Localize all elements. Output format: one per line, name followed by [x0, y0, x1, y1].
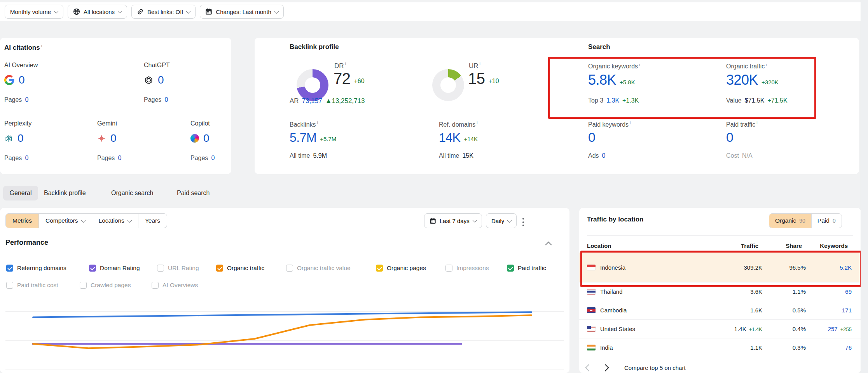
checkbox-paid-traffic-cost[interactable]: Paid traffic cost — [6, 281, 58, 289]
segment-metrics[interactable]: Metrics — [6, 214, 38, 228]
backlink-search-card: Backlink profile DRi 72 +60 AR 73,157 ▲1… — [255, 38, 859, 174]
tab-organic-search[interactable]: Organic search — [111, 186, 154, 200]
perplexity-icon — [4, 134, 13, 143]
table-row-india[interactable]: India 1.1K 0.3% 76 — [579, 338, 861, 357]
engine-value-gemini: 0 — [97, 133, 117, 144]
tab-paid-search[interactable]: Paid search — [177, 186, 210, 200]
checkbox-crawled-pages[interactable]: Crawled pages — [80, 281, 131, 289]
kebab-menu-icon[interactable] — [521, 216, 526, 228]
chevron-down-icon — [117, 9, 122, 14]
organic-keywords-label: Organic keywordsi — [588, 62, 640, 70]
collapse-section-icon[interactable] — [545, 242, 552, 248]
column-keywords[interactable]: Keywords — [802, 242, 848, 249]
united-states-flag-icon — [587, 326, 596, 332]
top3-value-link[interactable]: 1.3K — [606, 97, 619, 104]
ref-domains-label: Ref. domainsi — [439, 120, 478, 128]
ar-value-link[interactable]: 73,157 — [302, 97, 322, 105]
organic-keywords-subrow: Top 3 1.3K +1.3K — [588, 97, 639, 104]
checkbox-box — [157, 265, 164, 272]
google-g-icon — [4, 75, 14, 85]
keywords-link[interactable]: 69 — [845, 288, 852, 295]
monthly-volume-dropdown[interactable]: Monthly volume — [5, 5, 63, 19]
scrollbar-track[interactable] — [861, 0, 868, 373]
checkbox-box — [6, 282, 13, 289]
prev-page-icon[interactable] — [585, 364, 592, 371]
engine-value-ai-overview: 0 — [4, 75, 25, 85]
column-location[interactable]: Location — [587, 242, 692, 249]
column-share[interactable]: Share — [758, 242, 802, 249]
segment-years[interactable]: Years — [138, 214, 167, 228]
info-icon[interactable]: i — [41, 43, 42, 48]
checkbox-box — [80, 282, 87, 289]
dr-donut-chart — [297, 69, 328, 101]
checkbox-box — [286, 265, 293, 272]
info-icon[interactable]: i — [317, 120, 318, 125]
traffic-by-location-panel: Traffic by location Organic90 Paid0 Loca… — [579, 208, 861, 373]
toggle-organic[interactable]: Organic90 — [769, 214, 811, 228]
search-title: Search — [588, 43, 610, 51]
engine-name-copilot: Copilot — [190, 120, 210, 127]
checkbox-url-rating[interactable]: URL Rating — [157, 264, 199, 272]
organic-paid-toggle: Organic90 Paid0 — [769, 213, 842, 228]
table-row-united-states[interactable]: United States 1.4K+1.4K 0.4% 257+255 — [579, 319, 861, 338]
checkbox-ai-overviews[interactable]: AI Overviews — [152, 281, 198, 289]
checkbox-box — [507, 265, 514, 272]
table-row-thailand[interactable]: Thailand 3.6K 1.1% 69 — [579, 282, 861, 301]
globe-icon — [73, 8, 80, 15]
checkbox-box — [445, 265, 452, 272]
engine-name-perplexity: Perplexity — [4, 120, 31, 127]
info-icon[interactable]: i — [756, 120, 757, 125]
all-locations-dropdown[interactable]: All locations — [68, 5, 127, 19]
granularity-dropdown[interactable]: Daily — [486, 213, 517, 228]
keywords-link[interactable]: 76 — [845, 344, 852, 351]
engine-name-gemini: Gemini — [97, 120, 117, 127]
gemini-icon — [97, 134, 106, 143]
paid-keywords-label: Paid keywordsi — [588, 120, 631, 128]
info-icon[interactable]: i — [345, 61, 346, 66]
segment-locations[interactable]: Locations — [92, 214, 138, 228]
paid-keywords-value: 0 — [588, 131, 595, 144]
toggle-paid[interactable]: Paid0 — [811, 214, 842, 228]
info-icon[interactable]: i — [630, 120, 630, 125]
cambodia-flag-icon — [587, 307, 596, 313]
checkbox-impressions[interactable]: Impressions — [445, 264, 489, 272]
table-row-indonesia[interactable]: Indonesia 309.2K 96.5% 5.2K — [579, 253, 861, 282]
calendar-icon — [430, 218, 436, 224]
ref-domains-alltime: All time 15K — [439, 152, 473, 159]
chevron-down-icon — [507, 218, 512, 223]
checkbox-organic-pages[interactable]: Organic pages — [376, 264, 426, 272]
info-icon[interactable]: i — [480, 61, 480, 66]
info-icon[interactable]: i — [477, 120, 477, 125]
keywords-link[interactable]: 5.2K — [840, 264, 852, 271]
next-page-icon[interactable] — [602, 364, 609, 371]
backlinks-value: 5.7M +5.7M — [290, 131, 336, 144]
copilot-icon — [190, 134, 199, 143]
ref-domains-delta: +14K — [464, 136, 477, 142]
checkbox-paid-traffic[interactable]: Paid traffic — [507, 264, 546, 272]
checkbox-box — [376, 265, 383, 272]
table-row-cambodia[interactable]: Cambodia 1.6K 0.5% 171 — [579, 301, 861, 319]
column-traffic[interactable]: Traffic — [692, 242, 758, 249]
date-range-dropdown[interactable]: Last 7 days — [424, 213, 482, 228]
location-table: Indonesia 309.2K 96.5% 5.2K Thailand 3.6… — [579, 253, 861, 357]
tab-general[interactable]: General — [3, 186, 38, 200]
checkbox-organic-traffic[interactable]: Organic traffic — [216, 264, 264, 272]
info-icon[interactable]: i — [639, 62, 640, 67]
engine-pages-copilot: Pages0 — [190, 155, 215, 162]
checkbox-referring-domains[interactable]: Referring domains — [6, 264, 66, 272]
tab-backlink-profile[interactable]: Backlink profile — [44, 186, 86, 200]
performance-title: Performance — [5, 239, 48, 247]
changes-dropdown[interactable]: Changes: Last month — [200, 5, 284, 19]
info-icon[interactable]: i — [766, 62, 767, 67]
checkbox-domain-rating[interactable]: Domain Rating — [89, 264, 140, 272]
keywords-link[interactable]: 171 — [842, 307, 852, 314]
organic-traffic-value: 320K +320K — [726, 73, 779, 87]
engine-value-chatgpt: 0 — [144, 75, 164, 85]
keywords-link[interactable]: 257 — [828, 326, 838, 332]
checkbox-box — [216, 265, 223, 272]
checkbox-organic-traffic-value[interactable]: Organic traffic value — [286, 264, 351, 272]
best-links-dropdown[interactable]: Best links: Off — [131, 5, 196, 19]
chart-filter-segments: Metrics Competitors Locations Years — [5, 213, 167, 228]
performance-chart[interactable] — [0, 302, 569, 373]
segment-competitors[interactable]: Competitors — [38, 214, 92, 228]
